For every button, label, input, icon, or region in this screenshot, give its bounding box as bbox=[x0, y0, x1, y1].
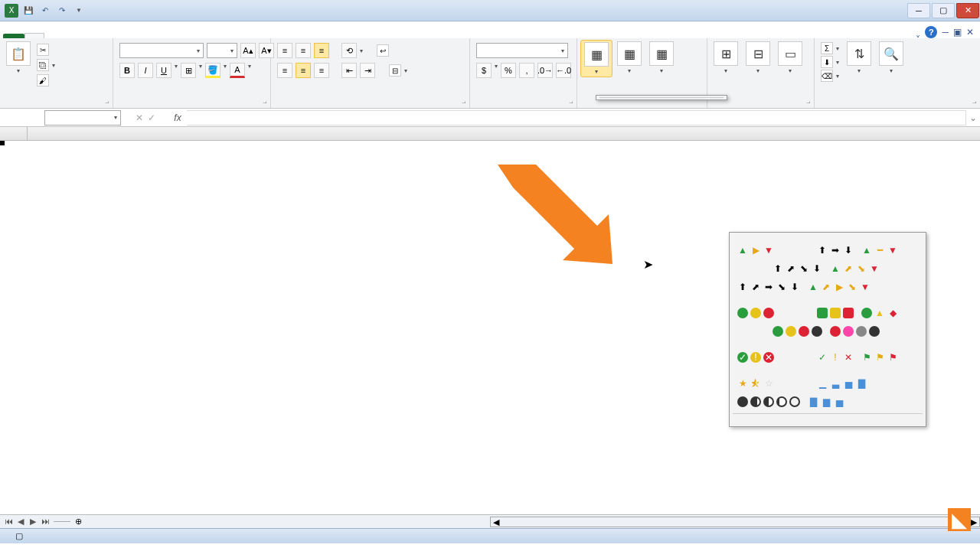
paste-button[interactable]: 📋 ▾ bbox=[3, 40, 34, 76]
name-box[interactable]: ▾ bbox=[44, 110, 121, 126]
iconset-option[interactable]: ⬆➡⬇ bbox=[815, 243, 855, 257]
qat-dropdown-icon[interactable]: ▼ bbox=[72, 4, 86, 18]
align-center-icon[interactable]: ≡ bbox=[296, 63, 311, 78]
find-select-button[interactable]: 🔍▾ bbox=[876, 40, 906, 76]
italic-button[interactable]: I bbox=[138, 63, 153, 78]
iconset-option[interactable]: ▲⬈⬊▼ bbox=[828, 262, 881, 276]
window-min-icon[interactable]: ─ bbox=[942, 27, 949, 37]
iconset-option[interactable]: ▲⬈▶⬊▼ bbox=[806, 280, 872, 294]
cell-styles-button[interactable]: ▦ ▾ bbox=[646, 40, 677, 76]
paste-icon: 📋 bbox=[6, 41, 31, 66]
iconset-option[interactable] bbox=[736, 306, 776, 320]
clear-button[interactable]: ⌫▾ bbox=[819, 69, 841, 83]
percent-icon[interactable]: % bbox=[501, 63, 516, 78]
close-button[interactable]: ✕ bbox=[956, 3, 979, 18]
align-middle-icon[interactable]: ≡ bbox=[296, 43, 311, 58]
macro-record-icon[interactable]: ▢ bbox=[15, 531, 23, 541]
align-left-icon[interactable]: ≡ bbox=[277, 63, 292, 78]
currency-icon[interactable]: $ bbox=[476, 63, 492, 78]
delete-cells-button[interactable]: ⊟▾ bbox=[743, 40, 773, 76]
number-format-select[interactable]: ▾ bbox=[476, 43, 568, 58]
iconset-option[interactable]: ✓!✕ bbox=[815, 350, 855, 364]
decrease-indent-icon[interactable]: ⇤ bbox=[341, 63, 357, 78]
orientation-icon[interactable]: ⟲ bbox=[341, 43, 357, 58]
format-as-table-button[interactable]: ▦ ▾ bbox=[614, 40, 645, 76]
formula-input[interactable] bbox=[187, 110, 966, 126]
underline-button[interactable]: U bbox=[156, 63, 172, 78]
iconset-option[interactable]: ★⯪☆ bbox=[736, 377, 776, 390]
font-color-button[interactable]: A bbox=[230, 63, 245, 78]
fx-icon[interactable]: fx bbox=[168, 112, 187, 123]
iconset-option[interactable]: ▲━▼ bbox=[860, 243, 900, 257]
insert-cells-button[interactable]: ⊞▾ bbox=[710, 40, 741, 76]
cell-styles-icon: ▦ bbox=[649, 41, 674, 66]
window-restore-icon[interactable]: ▣ bbox=[953, 27, 962, 37]
format-painter-button[interactable]: 🖌 bbox=[35, 73, 57, 87]
iconset-option[interactable]: ▲▶▼ bbox=[736, 243, 776, 257]
decrease-decimal-icon[interactable]: ←.0 bbox=[556, 63, 571, 78]
sheet-nav-next-icon[interactable]: ▶ bbox=[28, 517, 38, 527]
bold-button[interactable]: B bbox=[119, 63, 135, 78]
redo-icon[interactable]: ↷ bbox=[55, 4, 69, 18]
sheet-nav-prev-icon[interactable]: ◀ bbox=[15, 517, 26, 527]
enter-formula-icon[interactable]: ✓ bbox=[148, 112, 155, 123]
sort-filter-button[interactable]: ⇅▾ bbox=[844, 40, 874, 76]
format-cells-button[interactable]: ▭▾ bbox=[775, 40, 805, 76]
new-sheet-icon[interactable]: ⊕ bbox=[70, 517, 87, 527]
align-top-icon[interactable]: ≡ bbox=[277, 43, 292, 58]
merge-icon: ⊟ bbox=[389, 64, 401, 77]
tab-home[interactable] bbox=[24, 33, 44, 38]
increase-font-icon[interactable]: A▴ bbox=[240, 43, 256, 58]
brush-icon: 🖌 bbox=[37, 74, 49, 86]
sheet-tabs-bar: ⏮ ◀ ▶ ⏭ ⊕ ◀▶ bbox=[0, 514, 980, 528]
borders-button[interactable]: ⊞ bbox=[181, 63, 196, 78]
merge-center-button[interactable]: ⊟▾ bbox=[387, 64, 409, 77]
select-all-corner[interactable] bbox=[0, 127, 28, 140]
fill-color-button[interactable]: 🪣 bbox=[205, 63, 220, 78]
save-icon[interactable]: 💾 bbox=[21, 4, 35, 18]
comma-icon[interactable]: , bbox=[519, 63, 534, 78]
excel-icon[interactable]: X bbox=[5, 4, 18, 18]
iconset-option[interactable] bbox=[771, 324, 824, 338]
autosum-button[interactable]: Σ▾ bbox=[819, 41, 841, 55]
cancel-formula-icon[interactable]: ✕ bbox=[136, 112, 143, 123]
align-right-icon[interactable]: ≡ bbox=[314, 63, 329, 78]
iconset-option[interactable]: ▇▆▅ bbox=[806, 395, 846, 409]
iconset-option[interactable]: ▁▃▅▇ bbox=[815, 377, 868, 390]
cut-button[interactable]: ✂ bbox=[35, 43, 57, 57]
iconset-option[interactable]: ⬆⬈⬊⬇ bbox=[771, 262, 824, 276]
align-bottom-icon[interactable]: ≡ bbox=[314, 43, 329, 58]
iconset-option[interactable]: ⚑⚑⚑ bbox=[860, 350, 900, 364]
minimize-button[interactable]: ─ bbox=[907, 3, 930, 18]
sheet-nav-first-icon[interactable]: ⏮ bbox=[3, 517, 14, 527]
window-close-icon[interactable]: ✕ bbox=[966, 27, 974, 37]
undo-icon[interactable]: ↶ bbox=[38, 4, 52, 18]
iconset-option[interactable] bbox=[828, 324, 881, 338]
iconset-option[interactable]: ✓!✕ bbox=[736, 350, 776, 364]
conditional-formatting-menu bbox=[596, 95, 727, 100]
fill-button[interactable]: ⬇▾ bbox=[819, 55, 841, 69]
help-icon[interactable]: ? bbox=[925, 26, 937, 38]
table-icon: ▦ bbox=[617, 41, 642, 66]
increase-indent-icon[interactable]: ⇥ bbox=[360, 63, 375, 78]
copy-button[interactable]: ⿻▾ bbox=[35, 58, 57, 72]
conditional-formatting-button[interactable]: ▦ ▾ bbox=[580, 40, 612, 77]
maximize-button[interactable]: ▢ bbox=[932, 3, 955, 18]
iconset-option[interactable]: ▲◆ bbox=[860, 306, 900, 320]
hscroll-left-icon[interactable]: ◀ bbox=[491, 517, 501, 527]
iconset-option[interactable]: ⬆⬈➡⬊⬇ bbox=[736, 280, 802, 294]
expand-formula-bar-icon[interactable]: ⌄ bbox=[966, 112, 980, 123]
more-rules-item[interactable] bbox=[733, 413, 923, 423]
iconset-option[interactable] bbox=[815, 306, 855, 320]
sheet-nav-last-icon[interactable]: ⏭ bbox=[40, 517, 51, 527]
font-size-select[interactable]: ▾ bbox=[207, 43, 237, 58]
font-name-select[interactable]: ▾ bbox=[119, 43, 204, 58]
minimize-ribbon-icon[interactable]: ˬ bbox=[916, 27, 920, 37]
sheet-tab[interactable] bbox=[54, 521, 70, 522]
wrap-text-button[interactable]: ↩ bbox=[375, 44, 392, 57]
annotation-arrow-icon bbox=[498, 165, 612, 264]
iconset-option[interactable] bbox=[736, 395, 802, 409]
increase-decimal-icon[interactable]: .0→ bbox=[537, 63, 553, 78]
svg-marker-0 bbox=[498, 165, 612, 264]
formula-bar: ▾ ✕✓ fx ⌄ bbox=[0, 109, 980, 127]
